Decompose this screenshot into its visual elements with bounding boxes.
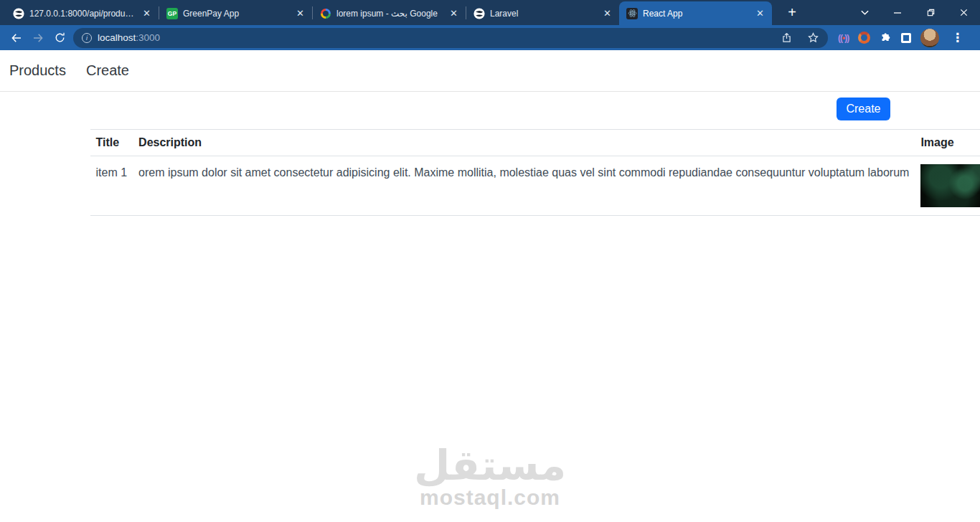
react-icon (626, 8, 638, 19)
tab-greenpay[interactable]: GP GreenPay App ✕ (159, 1, 312, 25)
tab-title: lorem ipsum - بحث Google (336, 9, 443, 19)
tab-search-chevron-icon[interactable] (848, 0, 881, 25)
create-product-button[interactable]: Create (837, 98, 890, 120)
products-table: Title Description Image Delete item 1 or… (90, 129, 980, 216)
square-extension-icon[interactable] (901, 33, 911, 43)
products-page: Create Title Description Image Delete it… (90, 98, 890, 216)
cell-title: item 1 (90, 156, 133, 216)
google-icon (320, 8, 331, 19)
restore-window-button[interactable] (914, 0, 947, 25)
mostaql-watermark: مستقل mostaql.com (414, 442, 566, 510)
bookmark-star-icon[interactable] (807, 32, 819, 44)
tab-api-products[interactable]: 127.0.0.1:8000/api/products ✕ (6, 1, 159, 25)
tab-react-app-active[interactable]: React App ✕ (619, 1, 772, 25)
mostaql-arabic-logo: مستقل (414, 442, 566, 488)
donut-extension-icon[interactable] (858, 32, 870, 44)
tab-title: GreenPay App (183, 9, 289, 19)
browser-tab-strip: 127.0.0.1:8000/api/products ✕ GP GreenPa… (0, 0, 980, 25)
table-header-row: Title Description Image Delete (90, 130, 980, 156)
cell-image (915, 156, 980, 216)
extensions-area: ((•)) ⋮ (838, 29, 966, 47)
mostaql-domain-text: mostaql.com (414, 485, 566, 510)
tab-laravel[interactable]: Laravel ✕ (466, 1, 619, 25)
app-navbar: Products Create (0, 50, 980, 92)
tab-title: 127.0.0.1:8000/api/products (29, 9, 136, 19)
close-tab-icon[interactable]: ✕ (448, 8, 460, 19)
close-tab-icon[interactable]: ✕ (294, 8, 306, 19)
table-row: item 1 orem ipsum dolor sit amet consect… (90, 156, 980, 216)
greenpay-icon: GP (166, 8, 178, 19)
header-title: Title (90, 130, 133, 156)
cell-description: orem ipsum dolor sit amet consectetur ad… (133, 156, 915, 216)
share-icon[interactable] (781, 32, 793, 44)
globe-icon (13, 8, 24, 19)
nav-link-create[interactable]: Create (86, 62, 129, 79)
reload-button[interactable] (49, 27, 70, 49)
nav-link-products[interactable]: Products (9, 62, 66, 79)
back-button[interactable] (6, 27, 27, 49)
close-window-button[interactable] (947, 0, 980, 25)
product-thumbnail (920, 164, 980, 207)
minimize-button[interactable] (881, 0, 914, 25)
extensions-puzzle-icon[interactable] (880, 32, 892, 44)
address-bar[interactable]: i localhost:3000 (73, 28, 828, 48)
live-server-extension-icon[interactable]: ((•)) (838, 33, 849, 43)
url-text: localhost:3000 (98, 32, 160, 43)
tab-google-search[interactable]: lorem ipsum - بحث Google ✕ (313, 1, 466, 25)
close-tab-icon[interactable]: ✕ (601, 8, 613, 19)
browser-toolbar: i localhost:3000 ((•)) ⋮ (0, 25, 980, 50)
header-description: Description (133, 130, 915, 156)
site-info-icon[interactable]: i (82, 33, 92, 43)
globe-icon (473, 8, 485, 19)
new-tab-button[interactable]: + (782, 4, 802, 21)
tab-title: React App (643, 9, 749, 19)
close-tab-icon[interactable]: ✕ (754, 8, 766, 19)
header-image: Image (915, 130, 980, 156)
tab-title: Laravel (490, 9, 596, 19)
browser-menu-icon[interactable]: ⋮ (948, 30, 966, 45)
forward-button[interactable] (27, 27, 49, 49)
profile-avatar[interactable] (920, 29, 939, 47)
close-tab-icon[interactable]: ✕ (141, 8, 153, 19)
